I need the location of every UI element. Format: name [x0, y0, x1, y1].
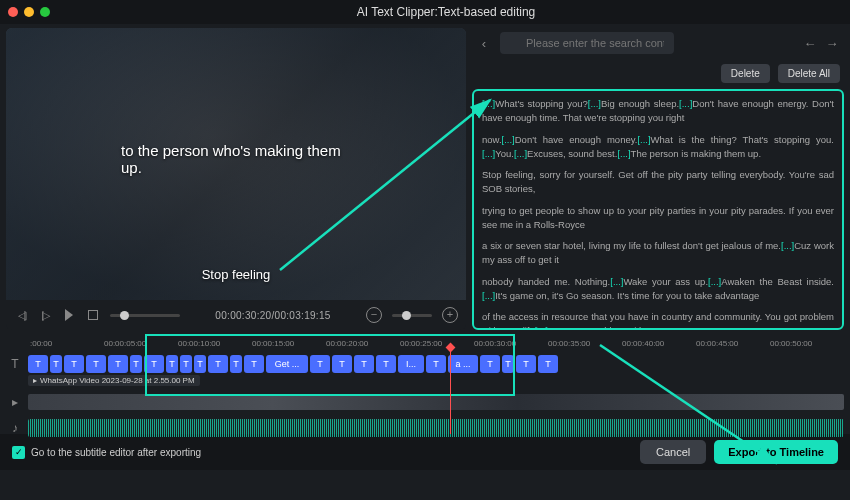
- prev-frame-button[interactable]: ◁|: [14, 308, 28, 322]
- zoom-slider[interactable]: [392, 314, 432, 317]
- ruler-tick: 00:00:40:00: [622, 339, 696, 348]
- text-clip[interactable]: T: [180, 355, 192, 373]
- cancel-button[interactable]: Cancel: [640, 440, 706, 464]
- text-clip[interactable]: T: [86, 355, 106, 373]
- volume-slider[interactable]: [110, 314, 180, 317]
- text-clip[interactable]: T: [502, 355, 514, 373]
- check-icon: ✓: [12, 446, 25, 459]
- subtitle-overlay-secondary: Stop feeling: [202, 267, 271, 282]
- zoom-in-button[interactable]: +: [442, 307, 458, 323]
- ruler-tick: :00:00: [30, 339, 104, 348]
- minimize-window-icon[interactable]: [24, 7, 34, 17]
- delete-button[interactable]: Delete: [721, 64, 770, 83]
- text-clip[interactable]: T: [310, 355, 330, 373]
- text-clip[interactable]: T: [64, 355, 84, 373]
- text-clip[interactable]: T: [538, 355, 558, 373]
- ruler-tick: 00:00:30:00: [474, 339, 548, 348]
- search-input[interactable]: [500, 32, 674, 54]
- audio-waveform[interactable]: [28, 419, 844, 437]
- text-clip[interactable]: T: [332, 355, 352, 373]
- ruler-tick: 00:00:35:00: [548, 339, 622, 348]
- export-button[interactable]: Export to Timeline: [714, 440, 838, 464]
- text-clip[interactable]: T: [144, 355, 164, 373]
- transcript-line[interactable]: nobody handed me. Nothing.[...]Wake your…: [482, 275, 834, 304]
- window-title: AI Text Clipper:Text-based editing: [50, 5, 842, 19]
- subtitle-editor-checkbox[interactable]: ✓ Go to the subtitle editor after export…: [12, 446, 632, 459]
- text-track-icon: T: [6, 357, 24, 371]
- text-clip[interactable]: T: [480, 355, 500, 373]
- search-next-button[interactable]: →: [824, 36, 840, 51]
- video-track-icon: ▸: [6, 395, 24, 409]
- ruler-tick: 00:00:15:00: [252, 339, 326, 348]
- text-clip[interactable]: T: [28, 355, 48, 373]
- timeline[interactable]: :00:0000:00:05:0000:00:10:0000:00:15:000…: [0, 334, 850, 434]
- video-track[interactable]: ▸ WhatsApp Video 2023-09-28 at 2.55.00 P…: [28, 390, 844, 414]
- ruler-tick: 00:00:05:00: [104, 339, 178, 348]
- transcript-line[interactable]: trying to get people to show up to your …: [482, 204, 834, 233]
- text-clip[interactable]: a ...: [448, 355, 478, 373]
- text-track[interactable]: TTTTTTTTTTTTTGet ...TTTTI...Ta ...TTTT: [28, 352, 844, 376]
- text-clip[interactable]: T: [426, 355, 446, 373]
- media-clip-label: ▸ WhatsApp Video 2023-09-28 at 2.55.00 P…: [28, 375, 200, 386]
- transcript-line[interactable]: now.[...]Don't have enough money.[...]Wh…: [482, 133, 834, 162]
- text-clip[interactable]: T: [230, 355, 242, 373]
- transcript-line[interactable]: of the access in resource that you have …: [482, 310, 834, 330]
- title-bar: AI Text Clipper:Text-based editing: [0, 0, 850, 24]
- ruler-tick: 00:00:20:00: [326, 339, 400, 348]
- playback-controls: ◁| |▷ 00:00:30:20/00:03:19:15 − +: [6, 300, 466, 330]
- ruler-tick: 00:00:25:00: [400, 339, 474, 348]
- text-clip[interactable]: T: [166, 355, 178, 373]
- text-clip[interactable]: T: [194, 355, 206, 373]
- next-frame-button[interactable]: |▷: [38, 308, 52, 322]
- text-clip[interactable]: T: [354, 355, 374, 373]
- zoom-out-button[interactable]: −: [366, 307, 382, 323]
- ruler-tick: 00:00:45:00: [696, 339, 770, 348]
- text-clip[interactable]: T: [108, 355, 128, 373]
- text-clip[interactable]: T: [208, 355, 228, 373]
- video-preview[interactable]: to the person who's making them up. Stop…: [6, 28, 466, 300]
- checkbox-label: Go to the subtitle editor after exportin…: [31, 447, 201, 458]
- transcript-line[interactable]: a six or seven star hotel, living my lif…: [482, 239, 834, 268]
- transcript-panel[interactable]: [...]What's stopping you?[...]Big enough…: [472, 89, 844, 330]
- stop-button[interactable]: [86, 308, 100, 322]
- text-clip[interactable]: Get ...: [266, 355, 308, 373]
- play-button[interactable]: [62, 308, 76, 322]
- ruler-tick: 00:00:10:00: [178, 339, 252, 348]
- ruler-tick: 00:00:50:00: [770, 339, 844, 348]
- time-ruler[interactable]: :00:0000:00:05:0000:00:10:0000:00:15:000…: [6, 336, 844, 350]
- search-prev-button[interactable]: ←: [802, 36, 818, 51]
- text-clip[interactable]: T: [516, 355, 536, 373]
- text-clip[interactable]: T: [244, 355, 264, 373]
- audio-track[interactable]: [28, 416, 844, 440]
- transcript-line[interactable]: Stop feeling, sorry for yourself. Get of…: [482, 168, 834, 197]
- delete-all-button[interactable]: Delete All: [778, 64, 840, 83]
- media-clip[interactable]: [28, 394, 844, 410]
- transcript-line[interactable]: [...]What's stopping you?[...]Big enough…: [482, 97, 834, 126]
- subtitle-overlay: to the person who's making them up.: [121, 142, 351, 176]
- maximize-window-icon[interactable]: [40, 7, 50, 17]
- text-clip[interactable]: T: [50, 355, 62, 373]
- back-button[interactable]: ‹: [476, 36, 492, 51]
- playhead[interactable]: [450, 348, 451, 434]
- audio-track-icon: ♪: [6, 421, 24, 435]
- timecode-display: 00:00:30:20/00:03:19:15: [190, 310, 356, 321]
- text-clip[interactable]: T: [376, 355, 396, 373]
- text-clip[interactable]: T: [130, 355, 142, 373]
- close-window-icon[interactable]: [8, 7, 18, 17]
- text-clip[interactable]: I...: [398, 355, 424, 373]
